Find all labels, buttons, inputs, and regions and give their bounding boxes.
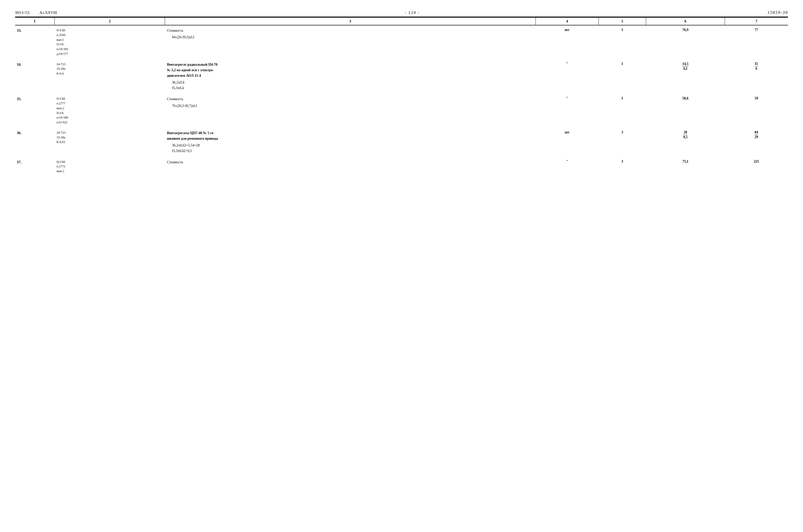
col-header-3: 3 [165,17,535,25]
row-references: П-I-Ш п.2777 вып.2 I5-OI п.OI-580 п.I2-0… [55,94,165,126]
row-description: Стоимость84-(26-I9,5)хI,I [165,25,535,57]
row-price: 58,6 [646,94,725,126]
row-price: 75,I [646,157,725,175]
row-references: Ц-I-Ш п.2772 вып.2 [55,157,165,175]
main-table: I 2 3 4 5 6 7 I3.П-I-Ш п.2569 вып.I I5-O… [15,17,788,175]
row-unit: шт [535,25,599,57]
row-quantity: I [599,59,646,92]
fraction-numerator: 14,5 [682,62,689,66]
col-header-7: 7 [725,17,788,25]
fraction-denominator: 6,I [683,66,687,71]
row-references: 24-723 33-28a К-0,62 [55,128,165,155]
row-total: 77 [725,25,788,57]
row-quantity: I [599,94,646,126]
row-references: 24-723 33-28a К-0,4 [55,59,165,92]
row-quantity: 3 [599,128,646,155]
col-header-4: 4 [535,17,599,25]
row-price: 289,5 [646,128,725,155]
page-number: - 124 - [405,10,420,15]
total-fraction-denominator: 29 [755,135,758,139]
spacer-row [15,126,788,128]
row-quantity: 3 [599,157,646,175]
table-row: I6.24-723 33-28a К-0,62Вентагрегаты ЦП7-… [15,128,788,155]
header-left: 903-I-/53 Ал.XXVIII [15,11,57,15]
row-quantity: I [599,25,646,57]
col-header-2: 2 [55,17,165,25]
row-description: Вентагрегаты ЦП7-40 № 5 со шкивом для ре… [165,128,535,155]
row-unit: " [535,157,599,175]
doc-code: 903-I-/53 [15,11,30,15]
spacer-row [15,92,788,94]
table-row: I7.Ц-I-Ш п.2772 вып.2Стоимость"375,I225 [15,157,788,175]
description-main: Вентагрегаты ЦП7-40 № 5 со шкивом для ре… [167,130,533,142]
row-description: Стоимость76-(26,5-I0,7)хI,I [165,94,535,126]
description-main: Вентагрегат радиальный П4-70 № 3,2 на од… [167,62,533,79]
doc-section: Ал.XXVIII [39,11,57,15]
description-main: Стоимость [167,159,533,165]
total-fraction: I56 [755,62,758,71]
total-fraction: 8429 [755,130,758,139]
row-price: 14,56,I [646,59,725,92]
spacer-row [15,57,788,59]
col-header-6: 6 [646,17,725,25]
fraction-denominator: 9,5 [683,135,688,139]
row-total: 8429 [725,128,788,155]
table-row: I5.П-I-Ш п.2777 вып.2 I5-OI п.OI-580 п.I… [15,94,788,126]
row-total: I56 [725,59,788,92]
col-header-5: 5 [599,17,646,25]
price-fraction: 14,56,I [682,62,689,71]
table-header-row: I 2 3 4 5 6 7 [15,17,788,25]
description-sub: 36,2х0,4 I5,3х0,4 [167,80,533,91]
description-sub: 36,2х0,62+5,54=28 I5,3х0,62=9,5 [167,143,533,154]
description-main: Стоимость [167,96,533,102]
price-fraction: 289,5 [683,130,688,139]
row-id: I3. [15,25,55,57]
row-unit: " [535,94,599,126]
description-sub: 76-(26,5-I0,7)хI,I [167,103,533,109]
table-row: I4.24-723 33-28a К-0,4Вентагрегат радиал… [15,59,788,92]
row-references: П-I-Ш п.2569 вып.I I5-OI п.OI-583 д.OI-5… [55,25,165,57]
col-header-1: I [15,17,55,25]
page-header: 903-I-/53 Ал.XXVIII - 124 - 15859-30 [15,10,788,15]
row-price: 76,9 [646,25,725,57]
row-id: I4. [15,59,55,92]
row-unit: шт [535,128,599,155]
row-id: I5. [15,94,55,126]
description-main: Стоимость [167,28,533,34]
row-description: Стоимость [165,157,535,175]
fraction-numerator: 28 [683,130,687,135]
spacer-row [15,155,788,157]
row-id: I6. [15,128,55,155]
table-row: I3.П-I-Ш п.2569 вып.I I5-OI п.OI-583 д.O… [15,25,788,57]
total-fraction-numerator: I5 [755,62,758,66]
row-total: 225 [725,157,788,175]
doc-number: 15859-30 [767,10,788,15]
total-fraction-denominator: 6 [755,66,757,71]
row-unit: " [535,59,599,92]
total-fraction-numerator: 84 [755,130,758,135]
description-sub: 84-(26-I9,5)хI,I [167,35,533,40]
row-description: Вентагрегат радиальный П4-70 № 3,2 на од… [165,59,535,92]
row-total: 59 [725,94,788,126]
row-id: I7. [15,157,55,175]
